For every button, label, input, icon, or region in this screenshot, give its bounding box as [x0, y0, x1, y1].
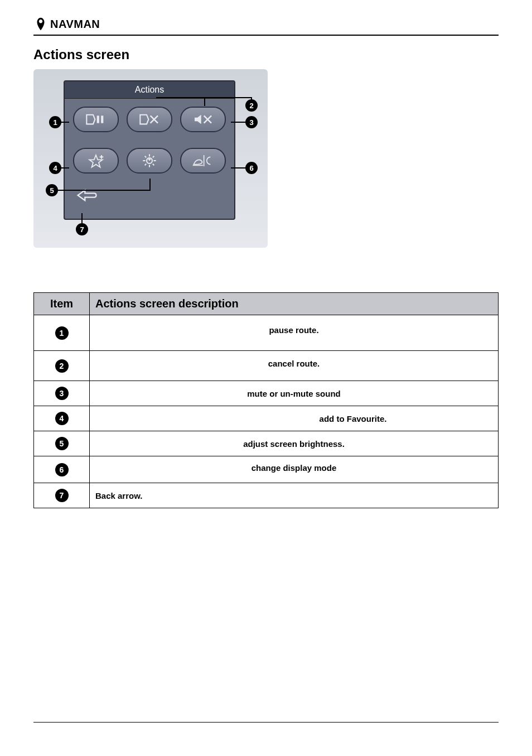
svg-line-15	[145, 164, 147, 166]
row-desc: change display mode	[90, 456, 499, 483]
screen-title: Actions	[65, 81, 234, 99]
lead-6	[231, 167, 245, 168]
page-header: NAVMAN	[33, 17, 499, 36]
table-row: 2 cancel route.	[34, 351, 499, 381]
table-row: 7 Back arrow.	[34, 483, 499, 508]
cancel-route-button[interactable]	[127, 107, 172, 132]
row-desc: mute or un-mute sound	[90, 381, 499, 406]
row-num: 3	[55, 387, 69, 400]
mute-sound-button[interactable]	[180, 107, 226, 132]
row-num: 4	[55, 412, 69, 425]
mute-icon	[192, 111, 214, 128]
callout-3: 3	[245, 116, 258, 128]
icon-row-2	[65, 140, 234, 181]
th-desc: Actions screen description	[90, 293, 499, 315]
th-item: Item	[34, 293, 90, 315]
footer-rule	[33, 722, 499, 723]
row-desc: adjust screen brightness.	[90, 431, 499, 456]
lead-5v	[149, 179, 151, 191]
svg-line-14	[153, 164, 154, 166]
pause-route-button[interactable]	[73, 107, 119, 132]
description-table: Item Actions screen description 1 pause …	[33, 292, 499, 508]
table-row: 3 mute or un-mute sound	[34, 381, 499, 406]
section-title: Actions screen	[33, 47, 499, 62]
callout-5: 5	[46, 184, 58, 196]
lead-4	[61, 167, 69, 168]
lead-2v	[204, 97, 205, 106]
svg-line-16	[153, 156, 154, 158]
brightness-button[interactable]	[127, 148, 172, 174]
table-row: 5 adjust screen brightness.	[34, 431, 499, 456]
table-row: 4 add to Favourite.	[34, 406, 499, 431]
lead-2h1	[156, 97, 251, 98]
svg-line-13	[145, 156, 147, 158]
svg-rect-0	[97, 115, 99, 123]
back-button[interactable]	[70, 186, 104, 205]
row-desc: Back arrow.	[90, 483, 499, 508]
navman-logo-icon	[33, 17, 48, 31]
row-num: 2	[55, 359, 69, 373]
callout-7: 7	[76, 223, 88, 235]
row-num: 5	[55, 437, 69, 450]
row-desc: pause route.	[90, 315, 499, 351]
day-night-icon	[192, 152, 214, 169]
lead-7	[81, 213, 83, 223]
callout-1: 1	[49, 116, 61, 128]
row-num: 6	[55, 463, 69, 476]
row-desc: add to Favourite.	[90, 406, 499, 431]
add-favourite-button[interactable]	[73, 148, 119, 174]
lead-5h	[58, 190, 149, 191]
cancel-route-icon	[138, 111, 161, 128]
table-row: 6 change display mode	[34, 456, 499, 483]
row-num: 7	[55, 489, 69, 502]
display-mode-button[interactable]	[180, 148, 226, 174]
lead-1	[61, 122, 69, 123]
row-num: 1	[55, 326, 69, 340]
star-plus-icon	[85, 152, 107, 169]
device-screenshot: Actions	[33, 69, 268, 248]
lead-2h2	[251, 97, 252, 102]
brand-name: NAVMAN	[50, 18, 100, 31]
callout-4: 4	[49, 162, 61, 174]
brightness-icon	[138, 152, 161, 169]
row-desc: cancel route.	[90, 351, 499, 381]
svg-rect-1	[101, 115, 103, 123]
table-row: 1 pause route.	[34, 315, 499, 351]
icon-row-1	[65, 99, 234, 140]
pause-icon	[85, 111, 107, 128]
callout-6: 6	[245, 162, 258, 174]
lead-3	[231, 122, 245, 123]
device-screen: Actions	[64, 80, 235, 220]
